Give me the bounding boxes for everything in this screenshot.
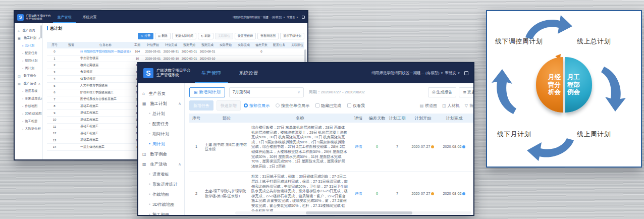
sidebar-item[interactable]: ⌂ 生产首页 [138, 88, 184, 98]
manpower-button[interactable]: ◫人材机 [442, 103, 460, 108]
nav-production-management[interactable]: 生产管理 [53, 11, 76, 23]
table-body: 1 土建-图书馆-第9层-图书馆泛水段 综合楼行政楼：27日 东单体机房层浇筑完… [189, 123, 473, 216]
sidebar-item[interactable]: • 3D作战地图 [138, 199, 184, 209]
bullet-icon: • [149, 172, 150, 177]
new-task-button[interactable]: 新增任务 [189, 100, 213, 111]
week-select-dropdown[interactable]: 7月第5周∨ [229, 87, 304, 97]
deviation-cell: 0 [367, 189, 387, 199]
sidebar-item[interactable]: • 作战地图 [138, 189, 184, 199]
project-selector[interactable]: 绵阳师范学院绵阳校区一期建... [233, 16, 271, 19]
sidebar-item[interactable]: • 总计划 [15, 42, 42, 49]
task-name-cell[interactable]: ⊟学生宿舍楼层 [80, 56, 131, 61]
fullscreen-icon[interactable] [464, 71, 468, 75]
sidebar-item[interactable]: ▦ 施工计划 ∧ [15, 34, 42, 42]
new-week-plan-button[interactable]: ⊞新增周计划 [189, 87, 225, 97]
nav-production-management[interactable]: 生产管理 [195, 63, 228, 83]
task-name-cell[interactable]: ⊟基础工程施工 [80, 124, 131, 129]
project-selector[interactable]: 绵阳师范学院绵阳校区一期建... [371, 71, 424, 76]
task-name-cell[interactable]: ⊟食堂楼层 [80, 70, 131, 74]
nav-system-settings[interactable]: 系统设置 [78, 11, 101, 23]
sidebar-item-label: 生产首页 [23, 28, 35, 33]
task-name-cell[interactable]: ⊟教师公寓楼层 [80, 63, 131, 68]
sidebar-item[interactable]: ⌂ 生产首页 [15, 27, 42, 34]
sidebar-item[interactable]: • 总计划 [138, 108, 184, 119]
sidebar-item[interactable]: • 3D作战地图 [15, 110, 42, 118]
user-name[interactable]: 宋慧友 [445, 71, 457, 76]
detail-link[interactable]: 详情 [350, 189, 367, 199]
sidebar-item[interactable]: ▥ 生产活动 ∧ [15, 80, 42, 87]
open-button[interactable]: ⇱打开 [138, 33, 153, 39]
fullscreen-icon[interactable] [302, 16, 305, 19]
sidebar-item[interactable]: • 进度看板 [15, 87, 42, 95]
task-name-cell[interactable]: ⊟图书馆及校办公楼桩基施工 [80, 97, 131, 101]
week-plan-toolbar: ⊞新增周计划 7月第5周∨ 周期：2020/07/27 - 2020/08/02… [189, 87, 473, 97]
checkbox-only-me[interactable]: 仅看我 [347, 103, 365, 108]
sidebar-item[interactable]: • 周计划 [138, 139, 184, 149]
quick-add-button[interactable]: 快速新增 [217, 100, 241, 111]
horizontal-scrollbar[interactable] [235, 211, 471, 214]
sidebar-item[interactable]: • 大数据分析 [15, 125, 42, 133]
sidebar-item[interactable]: ◫ 数字例会 [138, 149, 184, 159]
column-header: 预测完成 [198, 43, 217, 47]
update-actual-time-button[interactable]: 更新实际时间 [172, 33, 196, 39]
delete-button[interactable]: ⊟删除 [155, 33, 171, 39]
app-title: 广联达数字项目平台 生产管理系统 [156, 69, 191, 77]
sidebar-scrollbar[interactable] [40, 25, 42, 38]
sidebar-item[interactable]: • 作战地图 [15, 102, 42, 110]
nav-system-settings[interactable]: 系统设置 [232, 63, 265, 83]
task-name-cell[interactable]: ⊟体育馆楼层 [80, 77, 131, 81]
sidebar-item-label: 进度看板 [152, 172, 169, 177]
chevron-down-icon: ▼ [441, 72, 444, 75]
radio-by-part[interactable]: 按部位展示 [244, 103, 270, 108]
task-name-cell[interactable]: ⊟基础工程施工 [80, 104, 131, 108]
more-button[interactable]: ≣更多 [459, 87, 473, 97]
table-row[interactable]: 1 ⊟学生宿舍楼层 10 2020-03-01 2020-03-10 2020-… [47, 56, 304, 63]
detail-link[interactable]: 详情 [350, 142, 367, 152]
sidebar-item[interactable]: • 周计划 [15, 65, 42, 72]
relate-part-button[interactable]: 关联部位 [215, 33, 233, 39]
pie-monthly-engineering-meeting: 月工 程部 例会 [565, 57, 592, 113]
plus-doc-icon: ⊞ [194, 90, 197, 95]
task-name-cell[interactable]: ⊟基础工程施工 [80, 111, 131, 115]
view-network-button[interactable]: 查看网络图 [257, 33, 279, 39]
checkbox-hide-done[interactable]: 隐藏已完成 [315, 103, 341, 108]
export-icon: ⎙ [432, 90, 435, 95]
sidebar-item[interactable]: ◫ 数字例会 [15, 72, 42, 80]
sidebar-item[interactable]: • 形象进度统计 [138, 179, 184, 189]
scrollbar-thumb[interactable] [306, 211, 412, 214]
gantt-view-button[interactable]: ▤横道图 [420, 103, 438, 108]
refresh-button[interactable]: ↻刷新 [198, 33, 213, 39]
collapse-icon[interactable]: ⊟ [80, 50, 83, 53]
sidebar-item[interactable]: • 进度看板 [138, 169, 184, 179]
sidebar-item[interactable]: • 期间计划 [15, 57, 42, 65]
sidebar-section-icon: ◫ [142, 152, 146, 156]
task-name-cell[interactable]: ⊟基础工程施工 [80, 138, 131, 142]
user-name[interactable]: 宋慧友 [287, 16, 295, 19]
task-name-cell[interactable]: ⊟基础工程施工 [80, 118, 131, 122]
task-name-cell[interactable]: ⊟护理和理工学院楼层施工 [80, 90, 131, 95]
sidebar-item[interactable]: • 形象进度统计 [15, 95, 42, 102]
task-name-cell[interactable]: ⊟绵阳师范学院绵阳校区一期建设项目 [80, 49, 131, 54]
sidebar-item[interactable]: • 施工相册 [15, 118, 42, 125]
sidebar-item[interactable]: ▦ 施工计划 ∧ [138, 98, 184, 108]
task-name-cell[interactable]: ⊟基础工程施工 [80, 131, 131, 136]
set-milestone-button[interactable]: 设置里程碑 [235, 33, 256, 39]
task-name-cell[interactable]: ⊟一层主体结构施工 [80, 145, 131, 149]
sidebar-item-label: 3D作战地图 [25, 112, 41, 116]
radio-by-unit[interactable]: 按责任单位展示 [276, 103, 309, 108]
sidebar-item[interactable]: ▥ 生产活动 ∧ [138, 159, 184, 169]
sidebar-item[interactable]: • 配套任务 [138, 119, 184, 129]
sidebar-item[interactable]: • 施工相册 [138, 209, 184, 216]
show-sublevel-button[interactable]: 显示下级计划 [280, 33, 304, 39]
filter-button[interactable]: ▽筛选 [465, 103, 473, 108]
table-row[interactable]: 2 土建-理工学院与护理学院教学楼-第3层-泛水段1 粗装：31日腻子完成，砌体… [189, 172, 473, 216]
generate-report-button[interactable]: ⎙生成报告 [428, 87, 456, 97]
sidebar-item-label: 作战地图 [152, 192, 169, 197]
table-row[interactable]: 1 土建-图书馆-第9层-图书馆泛水段 综合楼行政楼：27日 东单体机房层浇筑完… [189, 123, 473, 172]
table-row[interactable]: 0 ⊟绵阳师范学院绵阳校区一期建设项目 164 2020-03-01 2020-… [47, 48, 304, 56]
checkbox-icon [315, 103, 319, 107]
task-name-cell[interactable]: ⊟人文和教育学院楼层 [80, 83, 131, 88]
sidebar-item-label: 形象进度统计 [152, 182, 178, 187]
sidebar-item[interactable]: • 期间计划 [138, 129, 184, 139]
sidebar-item[interactable]: • 配套任务 [15, 49, 42, 57]
